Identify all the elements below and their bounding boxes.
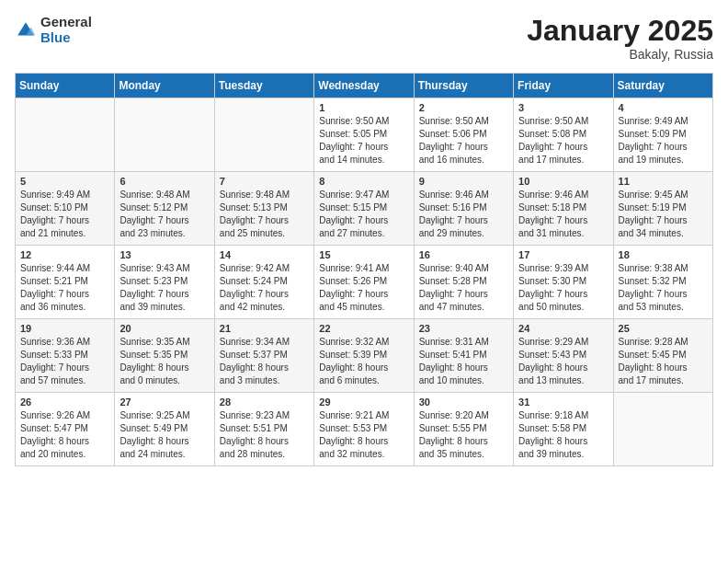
day-info: Sunrise: 9:31 AM Sunset: 5:41 PM Dayligh… [419, 336, 508, 387]
day-number: 2 [419, 102, 508, 113]
day-info: Sunrise: 9:48 AM Sunset: 5:13 PM Dayligh… [220, 189, 309, 240]
weekday-header: Sunday [16, 74, 115, 98]
calendar-cell: 18Sunrise: 9:38 AM Sunset: 5:32 PM Dayli… [613, 246, 712, 319]
day-number: 22 [319, 323, 408, 334]
day-number: 29 [319, 396, 408, 408]
calendar-cell: 24Sunrise: 9:29 AM Sunset: 5:43 PM Dayli… [514, 319, 613, 393]
day-number: 1 [319, 102, 408, 113]
day-info: Sunrise: 9:36 AM Sunset: 5:33 PM Dayligh… [20, 336, 109, 387]
day-info: Sunrise: 9:49 AM Sunset: 5:10 PM Dayligh… [20, 189, 109, 240]
calendar-cell: 8Sunrise: 9:47 AM Sunset: 5:15 PM Daylig… [314, 172, 414, 246]
day-info: Sunrise: 9:46 AM Sunset: 5:16 PM Dayligh… [419, 189, 508, 240]
day-info: Sunrise: 9:39 AM Sunset: 5:30 PM Dayligh… [518, 262, 608, 314]
day-info: Sunrise: 9:44 AM Sunset: 5:21 PM Dayligh… [20, 262, 109, 314]
weekday-header: Monday [115, 74, 214, 98]
day-info: Sunrise: 9:20 AM Sunset: 5:55 PM Dayligh… [419, 409, 508, 461]
calendar-cell: 27Sunrise: 9:25 AM Sunset: 5:49 PM Dayli… [115, 393, 214, 466]
day-number: 13 [119, 249, 209, 260]
calendar-cell: 26Sunrise: 9:26 AM Sunset: 5:47 PM Dayli… [16, 393, 115, 466]
calendar-week-row: 26Sunrise: 9:26 AM Sunset: 5:47 PM Dayli… [16, 393, 713, 466]
day-info: Sunrise: 9:50 AM Sunset: 5:06 PM Dayligh… [419, 115, 508, 167]
calendar-cell: 25Sunrise: 9:28 AM Sunset: 5:45 PM Dayli… [613, 319, 712, 393]
day-number: 19 [20, 323, 109, 334]
calendar-week-row: 5Sunrise: 9:49 AM Sunset: 5:10 PM Daylig… [16, 172, 713, 246]
day-number: 23 [419, 323, 508, 334]
weekday-header: Friday [514, 74, 613, 98]
day-info: Sunrise: 9:32 AM Sunset: 5:39 PM Dayligh… [319, 336, 408, 387]
day-number: 30 [419, 396, 508, 408]
logo-blue: Blue [40, 30, 92, 46]
day-number: 18 [619, 249, 708, 260]
location: Bakaly, Russia [527, 47, 713, 62]
calendar-cell: 20Sunrise: 9:35 AM Sunset: 5:35 PM Dayli… [115, 319, 214, 393]
day-number: 26 [20, 396, 109, 408]
title-block: January 2025 Bakaly, Russia [527, 15, 713, 62]
day-number: 12 [20, 249, 109, 260]
logo-general: General [40, 15, 92, 30]
calendar-week-row: 12Sunrise: 9:44 AM Sunset: 5:21 PM Dayli… [16, 246, 713, 319]
day-info: Sunrise: 9:47 AM Sunset: 5:15 PM Dayligh… [319, 189, 408, 240]
calendar-cell [613, 393, 712, 466]
calendar-cell: 15Sunrise: 9:41 AM Sunset: 5:26 PM Dayli… [314, 246, 414, 319]
day-info: Sunrise: 9:45 AM Sunset: 5:19 PM Dayligh… [619, 189, 708, 240]
calendar-cell: 1Sunrise: 9:50 AM Sunset: 5:05 PM Daylig… [314, 98, 414, 172]
day-info: Sunrise: 9:26 AM Sunset: 5:47 PM Dayligh… [20, 409, 109, 461]
calendar-cell: 22Sunrise: 9:32 AM Sunset: 5:39 PM Dayli… [314, 319, 414, 393]
calendar-cell: 29Sunrise: 9:21 AM Sunset: 5:53 PM Dayli… [314, 393, 414, 466]
calendar-cell: 17Sunrise: 9:39 AM Sunset: 5:30 PM Dayli… [514, 246, 613, 319]
logo: General Blue [15, 15, 92, 45]
calendar-table: SundayMondayTuesdayWednesdayThursdayFrid… [15, 73, 713, 466]
day-info: Sunrise: 9:34 AM Sunset: 5:37 PM Dayligh… [220, 336, 309, 387]
day-info: Sunrise: 9:48 AM Sunset: 5:12 PM Dayligh… [119, 189, 209, 240]
day-info: Sunrise: 9:23 AM Sunset: 5:51 PM Dayligh… [220, 409, 309, 461]
calendar-cell: 30Sunrise: 9:20 AM Sunset: 5:55 PM Dayli… [414, 393, 513, 466]
day-info: Sunrise: 9:35 AM Sunset: 5:35 PM Dayligh… [119, 336, 209, 387]
day-info: Sunrise: 9:50 AM Sunset: 5:05 PM Dayligh… [319, 115, 408, 167]
calendar-cell: 19Sunrise: 9:36 AM Sunset: 5:33 PM Dayli… [16, 319, 115, 393]
day-number: 20 [119, 323, 209, 334]
day-info: Sunrise: 9:18 AM Sunset: 5:58 PM Dayligh… [518, 409, 608, 461]
calendar-cell [115, 98, 214, 172]
page-header: General Blue January 2025 Bakaly, Russia [15, 15, 713, 62]
weekday-header-row: SundayMondayTuesdayWednesdayThursdayFrid… [16, 74, 713, 98]
logo-icon [15, 19, 37, 41]
calendar-cell: 28Sunrise: 9:23 AM Sunset: 5:51 PM Dayli… [214, 393, 313, 466]
day-info: Sunrise: 9:28 AM Sunset: 5:45 PM Dayligh… [619, 336, 708, 387]
day-number: 14 [220, 249, 309, 260]
day-number: 27 [119, 396, 209, 408]
day-info: Sunrise: 9:49 AM Sunset: 5:09 PM Dayligh… [619, 115, 708, 167]
weekday-header: Saturday [613, 74, 712, 98]
day-info: Sunrise: 9:46 AM Sunset: 5:18 PM Dayligh… [518, 189, 608, 240]
calendar-cell [16, 98, 115, 172]
day-info: Sunrise: 9:42 AM Sunset: 5:24 PM Dayligh… [220, 262, 309, 314]
day-number: 8 [319, 176, 408, 187]
day-info: Sunrise: 9:38 AM Sunset: 5:32 PM Dayligh… [619, 262, 708, 314]
day-number: 7 [220, 176, 309, 187]
calendar-cell: 12Sunrise: 9:44 AM Sunset: 5:21 PM Dayli… [16, 246, 115, 319]
day-number: 16 [419, 249, 508, 260]
day-number: 4 [619, 102, 708, 113]
month-title: January 2025 [527, 15, 713, 47]
weekday-header: Wednesday [314, 74, 414, 98]
calendar-cell: 13Sunrise: 9:43 AM Sunset: 5:23 PM Dayli… [115, 246, 214, 319]
day-number: 25 [619, 323, 708, 334]
logo-text: General Blue [40, 15, 92, 45]
day-info: Sunrise: 9:25 AM Sunset: 5:49 PM Dayligh… [119, 409, 209, 461]
calendar-cell: 4Sunrise: 9:49 AM Sunset: 5:09 PM Daylig… [613, 98, 712, 172]
day-number: 17 [518, 249, 608, 260]
day-info: Sunrise: 9:50 AM Sunset: 5:08 PM Dayligh… [518, 115, 608, 167]
calendar-cell: 31Sunrise: 9:18 AM Sunset: 5:58 PM Dayli… [514, 393, 613, 466]
day-number: 24 [518, 323, 608, 334]
calendar-cell: 3Sunrise: 9:50 AM Sunset: 5:08 PM Daylig… [514, 98, 613, 172]
day-number: 11 [619, 176, 708, 187]
day-info: Sunrise: 9:21 AM Sunset: 5:53 PM Dayligh… [319, 409, 408, 461]
weekday-header: Thursday [414, 74, 513, 98]
day-number: 28 [220, 396, 309, 408]
day-info: Sunrise: 9:41 AM Sunset: 5:26 PM Dayligh… [319, 262, 408, 314]
calendar-cell: 10Sunrise: 9:46 AM Sunset: 5:18 PM Dayli… [514, 172, 613, 246]
calendar-cell: 6Sunrise: 9:48 AM Sunset: 5:12 PM Daylig… [115, 172, 214, 246]
day-number: 5 [20, 176, 109, 187]
day-info: Sunrise: 9:40 AM Sunset: 5:28 PM Dayligh… [419, 262, 508, 314]
calendar-cell: 21Sunrise: 9:34 AM Sunset: 5:37 PM Dayli… [214, 319, 313, 393]
day-info: Sunrise: 9:29 AM Sunset: 5:43 PM Dayligh… [518, 336, 608, 387]
